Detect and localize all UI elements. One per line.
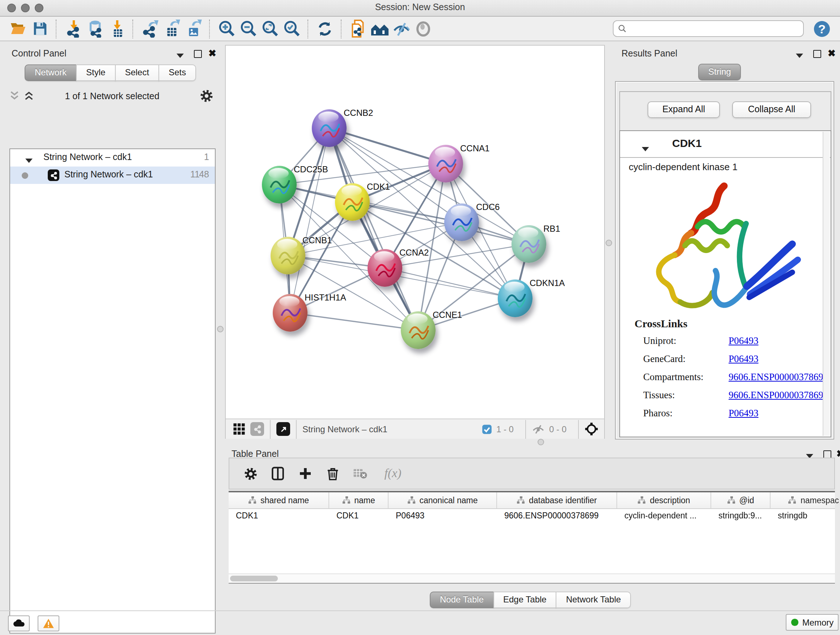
create-column-button[interactable] (296, 464, 315, 483)
import-table-from-file-button[interactable] (106, 19, 127, 39)
network-canvas[interactable]: CCNB2 CCNA1 CDC25B CDK1 CDC6 RB1 CCNB1 C… (226, 46, 604, 418)
table-settings-button[interactable] (241, 464, 260, 483)
table-cell[interactable]: P06493 (388, 509, 497, 524)
network-row-selected[interactable]: String Network – cdk1 11 48 (10, 166, 215, 184)
network-node-ccna2[interactable] (368, 249, 402, 287)
crosslink-value-link[interactable]: 9606.ENSP00000378699 (729, 371, 828, 383)
zoom-in-button[interactable] (216, 19, 237, 39)
crosslink-value-link[interactable]: P06493 (729, 408, 759, 419)
zoom-selected-button[interactable] (281, 19, 302, 39)
table-cell[interactable]: cyclin-dependent ... (617, 509, 711, 524)
double-chevron-down-icon (9, 90, 20, 101)
birdseye-view-button[interactable] (584, 422, 598, 436)
left-splitter-handle[interactable] (217, 326, 224, 333)
tab-edge-table[interactable]: Edge Table (493, 592, 557, 608)
tab-network-table[interactable]: Network Table (556, 592, 631, 608)
column-header-shared-name[interactable]: shared name (229, 492, 329, 508)
grid-view-button[interactable] (233, 423, 245, 435)
crosslink-value-link[interactable]: P06493 (729, 353, 759, 365)
expand-all-tree-button[interactable] (23, 90, 36, 102)
network-edge[interactable] (385, 268, 515, 298)
hide-graphics-details-button[interactable] (391, 19, 412, 39)
import-network-from-file-button[interactable] (62, 19, 84, 39)
network-node-cdc6[interactable] (444, 203, 479, 241)
cloud-status-button[interactable] (8, 616, 30, 631)
network-edge[interactable] (290, 128, 329, 313)
network-node-ccne1[interactable] (401, 311, 436, 349)
crosslink-value-link[interactable]: P06493 (729, 335, 759, 347)
collapse-all-button[interactable]: Collapse All (732, 101, 811, 118)
show-columns-button[interactable] (268, 464, 287, 483)
search-input[interactable] (627, 24, 799, 34)
network-node-ccnb1[interactable] (271, 237, 305, 274)
detach-view-button[interactable] (276, 422, 290, 436)
control-panel-menu-button[interactable] (177, 51, 184, 59)
show-graphics-details-button[interactable] (412, 19, 434, 39)
results-panel-float-button[interactable] (813, 50, 821, 59)
crosslink-value-link[interactable]: 9606.ENSP00000378699 (729, 390, 828, 401)
table-panel-close-button[interactable]: ✖ (836, 448, 840, 459)
network-node-rb1[interactable] (512, 225, 546, 263)
global-search-field[interactable] (613, 20, 804, 37)
column-header-name[interactable]: name (329, 492, 388, 508)
column-header-@id[interactable]: @id (711, 492, 771, 508)
network-view-badge[interactable] (250, 422, 264, 436)
table-horizontal-scrollbar[interactable] (229, 573, 835, 583)
section-collapse-icon[interactable] (642, 141, 649, 154)
import-network-from-database-button[interactable] (84, 19, 106, 39)
clone-network-button[interactable] (347, 19, 369, 39)
column-header-namespac[interactable]: namespac (771, 492, 840, 508)
tab-network[interactable]: Network (25, 65, 77, 81)
network-node-ccna1[interactable] (428, 145, 463, 182)
tab-select[interactable]: Select (115, 65, 159, 81)
expand-all-button[interactable]: Expand All (647, 101, 720, 118)
network-node-ccnb2[interactable] (312, 109, 347, 147)
tab-string[interactable]: String (698, 64, 741, 80)
table-cell[interactable]: stringdb (771, 509, 840, 524)
control-panel-close-button[interactable]: ✖ (208, 48, 216, 59)
open-session-button[interactable] (7, 19, 29, 39)
hidden-eye-slash-icon[interactable] (532, 424, 545, 434)
network-node-cdkn1a[interactable] (498, 279, 532, 317)
zoom-out-button[interactable] (237, 19, 259, 39)
save-session-button[interactable] (29, 19, 51, 39)
network-tree: String Network – cdk1 1 String Network –… (9, 149, 216, 633)
network-node-hist1h1a[interactable] (273, 294, 308, 332)
network-collection-row[interactable]: String Network – cdk1 1 (10, 149, 215, 166)
table-cell[interactable]: 9606.ENSP00000378699 (497, 509, 617, 524)
tab-sets[interactable]: Sets (158, 65, 196, 81)
warnings-button[interactable] (38, 616, 59, 631)
network-node-cdc25b[interactable] (262, 166, 297, 203)
table-cell[interactable]: stringdb:9... (711, 509, 771, 524)
show-all-views-button[interactable] (369, 19, 391, 39)
delete-column-button[interactable] (324, 464, 342, 483)
protein-section-header[interactable]: CDK1 (620, 131, 831, 158)
column-header-description[interactable]: description (617, 492, 711, 508)
network-node-cdk1[interactable] (335, 183, 370, 221)
export-network-button[interactable] (139, 19, 161, 39)
export-image-button[interactable] (182, 19, 204, 39)
table-cell[interactable]: CDK1 (229, 509, 329, 524)
control-panel-float-button[interactable] (194, 50, 202, 59)
memory-button[interactable]: Memory (786, 614, 838, 631)
network-options-button[interactable] (200, 89, 214, 103)
selected-checkbox-icon[interactable] (482, 424, 492, 434)
network-edge[interactable] (290, 313, 418, 330)
collapse-all-tree-button[interactable] (9, 90, 22, 102)
network-edge[interactable] (352, 202, 529, 244)
help-button[interactable]: ? (811, 19, 833, 39)
column-header-database-identifier[interactable]: database identifier (497, 492, 617, 508)
tree-expander-icon[interactable] (25, 155, 33, 165)
results-panel-menu-button[interactable] (796, 51, 803, 59)
tab-node-table[interactable]: Node Table (430, 592, 494, 608)
apply-layout-button[interactable] (314, 19, 336, 39)
results-scrollbar[interactable] (823, 132, 830, 436)
tab-style[interactable]: Style (76, 65, 115, 81)
scrollbar-thumb[interactable] (230, 576, 278, 581)
column-header-canonical-name[interactable]: canonical name (388, 492, 497, 508)
table-cell[interactable]: CDK1 (329, 509, 388, 524)
zoom-fit-button[interactable] (259, 19, 281, 39)
table-row[interactable]: CDK1CDK1P064939606.ENSP00000378699cyclin… (229, 509, 835, 524)
results-panel-close-button[interactable]: ✖ (828, 48, 836, 59)
export-table-button[interactable] (161, 19, 182, 39)
